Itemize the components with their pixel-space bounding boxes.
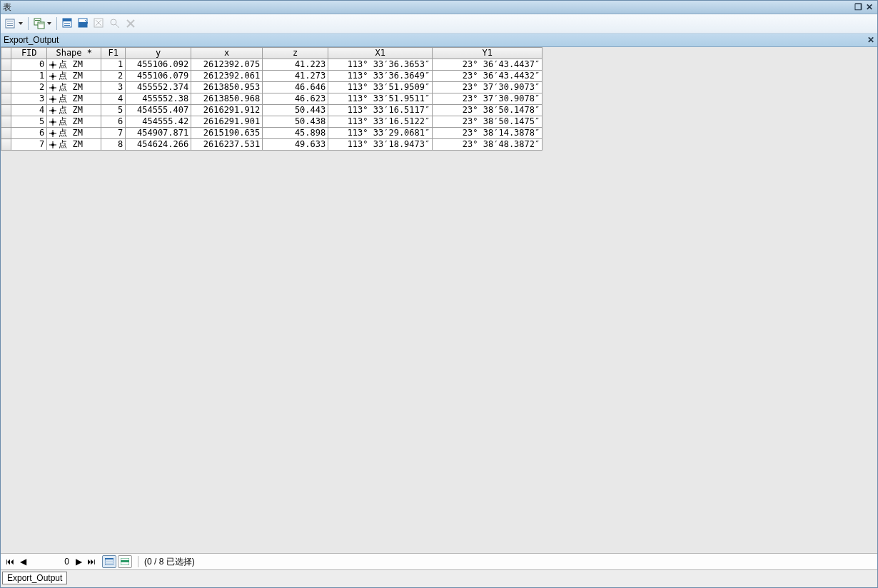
cell-x[interactable]: 2613850.953 <box>191 82 263 93</box>
cell-x[interactable]: 2616291.912 <box>191 105 263 116</box>
zoom-selection-button[interactable] <box>108 17 122 30</box>
col-header-y[interactable]: y <box>126 48 191 59</box>
show-selected-records-button[interactable] <box>118 555 132 568</box>
nav-next-button[interactable]: ▶ <box>74 557 84 567</box>
col-header-y1[interactable]: Y1 <box>433 48 543 59</box>
cell-x[interactable]: 2616291.901 <box>191 116 263 128</box>
cell-z[interactable]: 45.898 <box>263 128 328 139</box>
table-row[interactable]: 2点 ZM3455552.3742613850.95346.646113° 33… <box>1 82 543 93</box>
tab-export-output[interactable]: Export_Output <box>2 572 67 584</box>
cell-shape[interactable]: 点 ZM <box>47 71 101 82</box>
table-row[interactable]: 4点 ZM5454555.4072616291.91250.443113° 33… <box>1 105 543 116</box>
cell-y1[interactable]: 23° 36′43.4437″ <box>433 59 543 71</box>
cell-y1[interactable]: 23° 38′48.3872″ <box>433 139 543 151</box>
cell-x1[interactable]: 113° 33′51.9511″ <box>328 93 433 105</box>
cell-x1[interactable]: 113° 33′36.3649″ <box>328 71 433 82</box>
col-header-fid[interactable]: FID <box>11 48 47 59</box>
cell-x1[interactable]: 113° 33′51.9509″ <box>328 82 433 93</box>
row-selector[interactable] <box>1 116 11 128</box>
cell-fid[interactable]: 6 <box>11 128 47 139</box>
cell-x[interactable]: 2616237.531 <box>191 139 263 151</box>
row-selector[interactable] <box>1 139 11 151</box>
cell-fid[interactable]: 5 <box>11 116 47 128</box>
cell-y1[interactable]: 23° 38′50.1475″ <box>433 116 543 128</box>
cell-z[interactable]: 41.273 <box>263 71 328 82</box>
switch-selection-button[interactable] <box>76 17 91 30</box>
cell-f1[interactable]: 5 <box>101 105 126 116</box>
cell-z[interactable]: 50.438 <box>263 116 328 128</box>
row-selector[interactable] <box>1 105 11 116</box>
nav-last-button[interactable]: ⏭ <box>86 557 96 567</box>
cell-y1[interactable]: 23° 36′43.4432″ <box>433 71 543 82</box>
nav-prev-button[interactable]: ◀ <box>18 557 28 567</box>
cell-x[interactable]: 2612392.061 <box>191 71 263 82</box>
cell-f1[interactable]: 2 <box>101 71 126 82</box>
row-selector[interactable] <box>1 128 11 139</box>
select-by-attributes-button[interactable] <box>61 17 75 30</box>
nav-first-button[interactable]: ⏮ <box>5 557 15 567</box>
cell-f1[interactable]: 7 <box>101 128 126 139</box>
cell-fid[interactable]: 4 <box>11 105 47 116</box>
clear-selection-button[interactable] <box>92 17 106 30</box>
cell-x[interactable]: 2615190.635 <box>191 128 263 139</box>
col-header-x1[interactable]: X1 <box>328 48 433 59</box>
row-selector[interactable] <box>1 82 11 93</box>
table-row[interactable]: 0点 ZM1455106.0922612392.07541.223113° 33… <box>1 59 543 71</box>
cell-f1[interactable]: 8 <box>101 139 126 151</box>
cell-z[interactable]: 46.646 <box>263 82 328 93</box>
cell-x1[interactable]: 113° 33′36.3653″ <box>328 59 433 71</box>
cell-x1[interactable]: 113° 33′18.9473″ <box>328 139 433 151</box>
table-row[interactable]: 7点 ZM8454624.2662616237.53149.633113° 33… <box>1 139 543 151</box>
panel-close-icon[interactable]: ✕ <box>867 35 874 45</box>
cell-y[interactable]: 455106.079 <box>126 71 191 82</box>
table-row[interactable]: 6点 ZM7454907.8712615190.63545.898113° 33… <box>1 128 543 139</box>
col-header-z[interactable]: z <box>263 48 328 59</box>
table-row[interactable]: 3点 ZM4455552.382613850.96846.623113° 33′… <box>1 93 543 105</box>
cell-y1[interactable]: 23° 37′30.9073″ <box>433 82 543 93</box>
cell-y[interactable]: 454624.266 <box>126 139 191 151</box>
cell-shape[interactable]: 点 ZM <box>47 139 101 151</box>
cell-z[interactable]: 50.443 <box>263 105 328 116</box>
cell-y[interactable]: 454907.871 <box>126 128 191 139</box>
related-tables-button[interactable] <box>32 17 53 30</box>
cell-shape[interactable]: 点 ZM <box>47 116 101 128</box>
row-selector[interactable] <box>1 93 11 105</box>
cell-f1[interactable]: 6 <box>101 116 126 128</box>
show-all-records-button[interactable] <box>102 555 116 568</box>
col-header-shape[interactable]: Shape * <box>47 48 101 59</box>
cell-fid[interactable]: 0 <box>11 59 47 71</box>
cell-x1[interactable]: 113° 33′16.5122″ <box>328 116 433 128</box>
cell-x[interactable]: 2613850.968 <box>191 93 263 105</box>
cell-x1[interactable]: 113° 33′29.0681″ <box>328 128 433 139</box>
row-selector[interactable] <box>1 59 11 71</box>
cell-shape[interactable]: 点 ZM <box>47 128 101 139</box>
cell-fid[interactable]: 2 <box>11 82 47 93</box>
cell-y1[interactable]: 23° 38′14.3878″ <box>433 128 543 139</box>
cell-y[interactable]: 455106.092 <box>126 59 191 71</box>
cell-shape[interactable]: 点 ZM <box>47 59 101 71</box>
close-icon[interactable]: ✕ <box>864 2 875 12</box>
cell-x1[interactable]: 113° 33′16.5117″ <box>328 105 433 116</box>
cell-z[interactable]: 46.623 <box>263 93 328 105</box>
cell-shape[interactable]: 点 ZM <box>47 105 101 116</box>
row-selector-header[interactable] <box>1 48 11 59</box>
cell-y1[interactable]: 23° 37′30.9078″ <box>433 93 543 105</box>
cell-z[interactable]: 41.223 <box>263 59 328 71</box>
table-options-button[interactable] <box>4 17 24 30</box>
restore-icon[interactable]: ❐ <box>852 2 864 12</box>
cell-shape[interactable]: 点 ZM <box>47 82 101 93</box>
cell-y[interactable]: 454555.42 <box>126 116 191 128</box>
cell-y1[interactable]: 23° 38′50.1478″ <box>433 105 543 116</box>
cell-x[interactable]: 2612392.075 <box>191 59 263 71</box>
cell-f1[interactable]: 4 <box>101 93 126 105</box>
row-selector[interactable] <box>1 71 11 82</box>
table-row[interactable]: 1点 ZM2455106.0792612392.06141.273113° 33… <box>1 71 543 82</box>
cell-fid[interactable]: 3 <box>11 93 47 105</box>
cell-f1[interactable]: 1 <box>101 59 126 71</box>
table-row[interactable]: 5点 ZM6454555.422616291.90150.438113° 33′… <box>1 116 543 128</box>
col-header-x[interactable]: x <box>191 48 263 59</box>
cell-y[interactable]: 454555.407 <box>126 105 191 116</box>
col-header-f1[interactable]: F1 <box>101 48 126 59</box>
cell-y[interactable]: 455552.38 <box>126 93 191 105</box>
cell-y[interactable]: 455552.374 <box>126 82 191 93</box>
